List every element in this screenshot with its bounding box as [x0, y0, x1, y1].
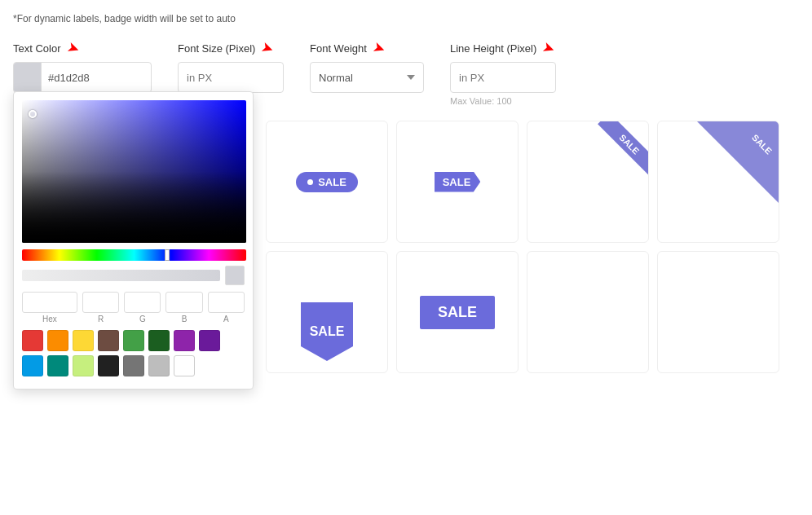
font-weight-group: Font Weight ➤ Normal Bold Lighter Bolder — [310, 39, 424, 93]
swatch-green[interactable] — [123, 330, 144, 351]
font-size-input[interactable] — [178, 62, 284, 93]
badge-card-empty-1[interactable] — [527, 251, 649, 373]
swatch-black[interactable] — [98, 355, 119, 376]
badge-corner-triangle — [697, 121, 779, 203]
dynamic-label-note: *For dynamic labels, badge width will be… — [13, 13, 799, 24]
hue-cursor — [165, 249, 170, 261]
line-height-group: Line Height (Pixel) ➤ Max Value: 100 — [450, 39, 556, 106]
font-size-label: Font Size (Pixel) ➤ — [178, 39, 284, 57]
max-value-note: Max Value: 100 — [450, 96, 556, 106]
swatch-lightgray[interactable] — [148, 355, 170, 376]
controls-row: Text Color ➤ D1D2D — [13, 39, 799, 106]
swatch-white[interactable] — [174, 355, 195, 376]
a-field: 100 A — [208, 292, 245, 324]
badges-row-1: SALE SALE SALE SALE — [266, 121, 799, 243]
badge-card-pill[interactable]: SALE — [266, 121, 388, 243]
r-field: 209 R — [82, 292, 119, 324]
swatch-darkgray[interactable] — [123, 355, 144, 376]
badge-card-corner[interactable]: SALE — [527, 121, 649, 243]
swatch-red[interactable] — [22, 330, 43, 351]
b-input[interactable]: 216 — [165, 292, 202, 313]
badge-card-shield[interactable]: SALE — [266, 251, 388, 373]
swatch-orange[interactable] — [47, 330, 68, 351]
g-label: G — [139, 315, 146, 324]
text-color-group: Text Color ➤ D1D2D — [13, 39, 152, 93]
badge-pill-dot — [307, 179, 313, 185]
color-hex-input[interactable] — [42, 72, 151, 84]
hex-field: D1D2D Hex — [22, 292, 77, 324]
swatch-purple[interactable] — [174, 330, 195, 351]
alpha-swatch — [225, 266, 245, 285]
text-color-label: Text Color ➤ — [13, 39, 152, 57]
swatch-teal[interactable] — [47, 355, 68, 376]
swatch-blue[interactable] — [22, 355, 43, 376]
swatch-row-1 — [22, 330, 245, 351]
swatch-row-2 — [22, 355, 245, 376]
badge-pill-label: SALE — [318, 176, 346, 188]
a-label: A — [223, 315, 229, 324]
swatch-brown[interactable] — [98, 330, 119, 351]
g-field: 210 G — [124, 292, 161, 324]
swatch-lime[interactable] — [73, 355, 94, 376]
badge-arrow-label: SALE — [443, 176, 471, 188]
gradient-cursor — [29, 110, 37, 118]
line-height-input[interactable] — [450, 62, 556, 93]
font-weight-label: Font Weight ➤ — [310, 39, 424, 57]
alpha-bar-row — [22, 266, 245, 285]
badges-area: SALE SALE SALE SALE — [266, 121, 799, 373]
arrow-icon-font-weight: ➤ — [371, 37, 389, 59]
badge-card-empty-2[interactable] — [657, 251, 779, 373]
color-swatch[interactable] — [14, 62, 42, 93]
badge-rect: SALE — [420, 296, 495, 329]
badge-shield-label: SALE — [310, 324, 345, 339]
hex-input[interactable]: D1D2D — [22, 292, 77, 313]
badge-rect-label: SALE — [438, 304, 477, 320]
badge-corner: SALE — [583, 121, 648, 187]
badge-corner-inner: SALE — [598, 121, 648, 176]
badge-shield-wrap: SALE — [301, 302, 353, 361]
arrow-icon-text-color: ➤ — [64, 37, 82, 59]
badge-arrow: SALE — [435, 172, 481, 192]
hue-bar[interactable] — [22, 249, 246, 261]
badge-card-rect[interactable]: SALE — [396, 251, 519, 373]
color-gradient-area[interactable] — [22, 100, 246, 243]
b-field: 216 B — [165, 292, 202, 324]
badge-corner-label: SALE — [617, 132, 641, 156]
font-weight-select[interactable]: Normal Bold Lighter Bolder — [310, 62, 424, 93]
color-input-row[interactable] — [13, 62, 152, 93]
r-input[interactable]: 209 — [82, 292, 119, 313]
badge-shield: SALE — [301, 302, 353, 361]
hex-label: Hex — [42, 315, 57, 324]
badge-pill: SALE — [296, 172, 358, 192]
badge-card-arrow[interactable]: SALE — [396, 121, 519, 243]
b-label: B — [182, 315, 188, 324]
swatch-yellow[interactable] — [73, 330, 94, 351]
badges-row-2: SALE SALE — [266, 251, 799, 373]
color-picker-popup: D1D2D Hex 209 R 210 G 216 B 100 A — [13, 91, 254, 390]
arrow-icon-font-size: ➤ — [259, 37, 277, 59]
g-input[interactable]: 210 — [124, 292, 161, 313]
a-input[interactable]: 100 — [208, 292, 245, 313]
font-size-group: Font Size (Pixel) ➤ — [178, 39, 284, 93]
color-swatches-section — [22, 330, 245, 376]
alpha-bar[interactable] — [22, 270, 220, 281]
badge-card-corner-filled[interactable]: SALE — [657, 121, 779, 243]
rgba-inputs-row: D1D2D Hex 209 R 210 G 216 B 100 A — [22, 292, 245, 324]
line-height-label: Line Height (Pixel) ➤ — [450, 39, 556, 57]
swatch-darkpurple[interactable] — [199, 330, 220, 351]
swatch-darkgreen[interactable] — [148, 330, 170, 351]
r-label: R — [98, 315, 104, 324]
arrow-icon-line-height: ➤ — [541, 37, 558, 59]
